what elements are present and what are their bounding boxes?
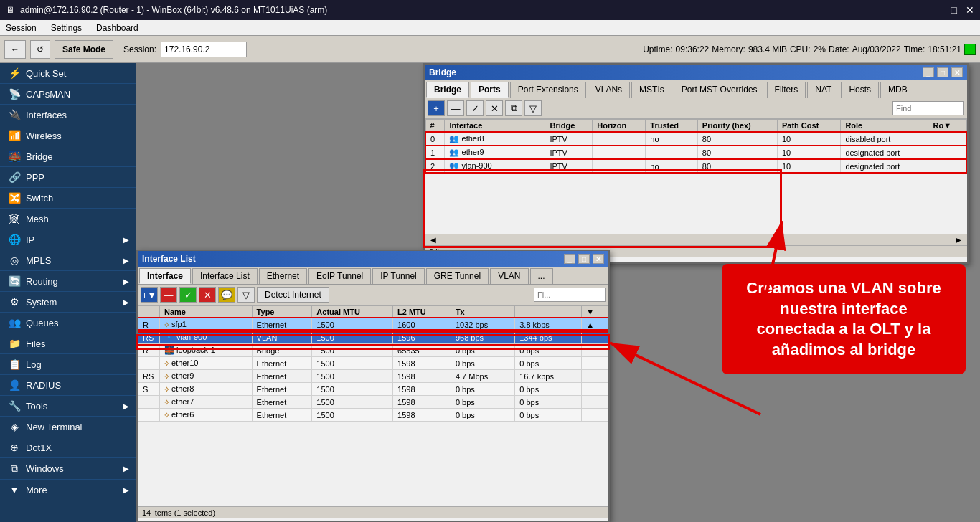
bridge-remove-button[interactable]: —: [447, 100, 464, 116]
tab-port-mst-overrides[interactable]: Port MST Overrides: [674, 82, 765, 98]
sidebar-item-new-terminal[interactable]: ◈ New Terminal: [0, 417, 136, 437]
tab-nat[interactable]: NAT: [807, 82, 839, 98]
bridge-maximize-button[interactable]: □: [937, 67, 948, 77]
mesh-icon: 🕸: [7, 213, 22, 224]
sidebar-item-tools[interactable]: 🔧 Tools ▶: [0, 396, 136, 417]
interfaces-icon: 🔌: [7, 109, 22, 120]
row-type: Bridge: [252, 344, 312, 357]
tab-gre-tunnel[interactable]: GRE Tunnel: [426, 268, 489, 284]
ilist-find-input[interactable]: [534, 288, 606, 302]
ilist-maximize-button[interactable]: □: [578, 254, 590, 264]
col-scroll[interactable]: ▼: [582, 306, 608, 318]
menu-dashboard[interactable]: Dashboard: [93, 22, 141, 34]
tab-interface-list[interactable]: Interface List: [192, 268, 258, 284]
bridge-close-button[interactable]: ✕: [951, 67, 963, 77]
interface-list-controls[interactable]: _ □ ✕: [564, 254, 604, 264]
sidebar-item-log[interactable]: 📋 Log: [0, 354, 136, 375]
sidebar-item-capsman[interactable]: 📡 CAPsMAN: [0, 84, 136, 105]
row-priority: 80: [697, 159, 777, 173]
bridge-scroll-area[interactable]: ◀ ▶: [425, 234, 967, 245]
sidebar-item-routing[interactable]: 🔄 Routing ▶: [0, 271, 136, 292]
tab-vlans[interactable]: VLANs: [588, 82, 630, 98]
table-row[interactable]: 0 👥 ether8 IPTV no 80 10 disabled port: [425, 132, 966, 146]
table-row[interactable]: 2 👥 vlan-900 IPTV no 80 10 designated po…: [425, 159, 966, 173]
menu-settings[interactable]: Settings: [48, 22, 85, 34]
bridge-cross-button[interactable]: ✕: [486, 100, 503, 116]
table-row[interactable]: S ⟡ ether8 Ethernet 1500 1598 0 bps 0 bp…: [138, 383, 608, 396]
sidebar-item-interfaces[interactable]: 🔌 Interfaces: [0, 105, 136, 125]
table-row[interactable]: ⟡ ether7 Ethernet 1500 1598 0 bps 0 bps: [138, 396, 608, 409]
tab-port-extensions[interactable]: Port Extensions: [510, 82, 586, 98]
ilist-close-button[interactable]: ✕: [593, 254, 604, 264]
bridge-window-controls[interactable]: _ □ ✕: [923, 67, 963, 77]
sidebar-item-ppp[interactable]: 🔗 PPP: [0, 167, 136, 188]
tab-more[interactable]: ...: [530, 268, 553, 284]
sidebar-item-dot1x[interactable]: ⊕ Dot1X: [0, 437, 136, 458]
window-controls[interactable]: — □ ✕: [933, 4, 974, 16]
tab-ethernet[interactable]: Ethernet: [259, 268, 307, 284]
table-row[interactable]: ⟡ ether6 Ethernet 1500 1598 0 bps 0 bps: [138, 409, 608, 422]
row-actual-mtu: 1500: [312, 331, 393, 344]
bridge-find-input[interactable]: [892, 101, 964, 115]
tab-filters[interactable]: Filters: [767, 82, 806, 98]
sidebar-label-mpls: MPLS: [26, 255, 51, 266]
bridge-table-container[interactable]: # Interface Bridge Horizon Trusted Prior…: [425, 119, 967, 234]
sidebar-item-more[interactable]: ▼ More ▶: [0, 480, 136, 500]
tab-ports[interactable]: Ports: [471, 82, 509, 98]
tab-interface[interactable]: Interface: [139, 268, 191, 284]
table-row[interactable]: RS ⟡ ether9 Ethernet 1500 1598 4.7 Mbps …: [138, 370, 608, 383]
session-input[interactable]: [161, 42, 247, 57]
sidebar-item-ip[interactable]: 🌐 IP ▶: [0, 229, 136, 250]
table-row[interactable]: 1 👥 ether9 IPTV 80 10 designated port: [425, 146, 966, 159]
bridge-minimize-button[interactable]: _: [923, 67, 934, 77]
sidebar-item-mpls[interactable]: ◎ MPLS ▶: [0, 250, 136, 271]
ilist-disable-button[interactable]: ✕: [199, 287, 216, 303]
row-path-cost: 10: [777, 159, 840, 173]
connection-status-indicator: [964, 44, 976, 55]
sidebar-item-wireless[interactable]: 📶 Wireless: [0, 125, 136, 146]
tab-eoip-tunnel[interactable]: EoIP Tunnel: [308, 268, 371, 284]
bridge-filter-button[interactable]: ▽: [524, 100, 542, 116]
bridge-check-button[interactable]: ✓: [466, 100, 484, 116]
sidebar-item-windows[interactable]: ⧉ Windows ▶: [0, 458, 136, 480]
sidebar-item-queues[interactable]: 👥 Queues: [0, 313, 136, 333]
safe-mode-button[interactable]: Safe Mode: [55, 40, 113, 59]
tab-mstis[interactable]: MSTIs: [631, 82, 672, 98]
row-horizon: [593, 146, 646, 159]
interface-list-table-container[interactable]: Name Type Actual MTU L2 MTU Tx ▼ R ⟡ sf: [138, 305, 608, 506]
detect-internet-button[interactable]: Detect Internet: [257, 287, 329, 303]
tab-mdb[interactable]: MDB: [880, 82, 915, 98]
ilist-filter-button[interactable]: ▽: [237, 287, 255, 303]
scroll-right-button[interactable]: ▶: [953, 236, 964, 244]
ilist-comment-button[interactable]: 💬: [218, 287, 235, 303]
sidebar-item-mesh[interactable]: 🕸 Mesh: [0, 209, 136, 229]
table-row[interactable]: ⟡ ether10 Ethernet 1500 1598 0 bps 0 bps: [138, 357, 608, 370]
tab-hosts[interactable]: Hosts: [841, 82, 879, 98]
sidebar-item-system[interactable]: ⚙ System ▶: [0, 292, 136, 313]
ilist-add-button[interactable]: +▼: [141, 287, 158, 303]
close-button[interactable]: ✕: [966, 4, 974, 16]
sidebar-label-ppp: PPP: [26, 172, 44, 183]
bridge-add-button[interactable]: +: [428, 100, 445, 116]
sidebar-item-switch[interactable]: 🔀 Switch: [0, 188, 136, 209]
sidebar-item-bridge[interactable]: 🌉 Bridge: [0, 146, 136, 167]
tab-bridge[interactable]: Bridge: [426, 82, 469, 98]
ilist-remove-button[interactable]: —: [160, 287, 177, 303]
table-row[interactable]: R 🌉 loopback-1 Bridge 1500 65535 0 bps 0…: [138, 344, 608, 357]
bridge-copy-button[interactable]: ⧉: [505, 100, 522, 116]
refresh-button[interactable]: ↺: [30, 40, 50, 59]
sidebar-item-files[interactable]: 📁 Files: [0, 333, 136, 354]
tab-ip-tunnel[interactable]: IP Tunnel: [372, 268, 424, 284]
menu-session[interactable]: Session: [3, 22, 39, 34]
table-row[interactable]: RS 🔹 vlan-900 VLAN 1500 1596 968 bps 134…: [138, 331, 608, 344]
tab-vlan[interactable]: VLAN: [490, 268, 528, 284]
back-button[interactable]: ←: [4, 40, 26, 59]
sidebar-item-quickset[interactable]: ⚡ Quick Set: [0, 63, 136, 84]
minimize-button[interactable]: —: [933, 4, 943, 16]
sidebar-item-radius[interactable]: 👤 RADIUS: [0, 375, 136, 396]
ilist-minimize-button[interactable]: _: [564, 254, 575, 264]
ilist-enable-button[interactable]: ✓: [179, 287, 197, 303]
maximize-button[interactable]: □: [951, 4, 957, 16]
table-row[interactable]: R ⟡ sfp1 Ethernet 1500 1600 1032 bps 3.8…: [138, 318, 608, 331]
scroll-left-button[interactable]: ◀: [428, 236, 439, 244]
